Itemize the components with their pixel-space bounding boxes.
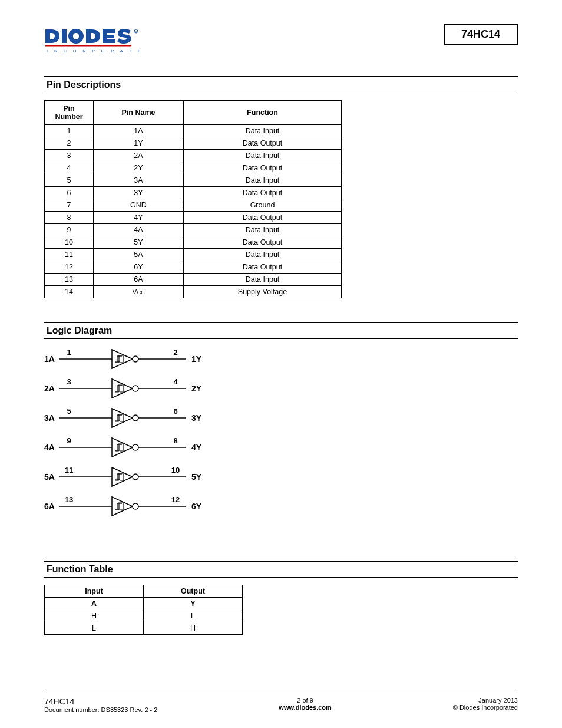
footer-part: 74HC14 <box>44 697 74 706</box>
logic-diagram: 1A121Y2A342Y3A563Y4A984Y5A11105Y6A13126Y <box>44 346 518 531</box>
svg-text:2A: 2A <box>44 384 55 393</box>
table-row: HL <box>45 610 243 622</box>
cell-pinnum: 5 <box>45 174 94 187</box>
th-pin-name: Pin Name <box>94 101 184 125</box>
svg-text:5Y: 5Y <box>191 472 202 482</box>
cell-function: Data Output <box>184 162 342 174</box>
table-row: 126YData Output <box>45 261 342 274</box>
svg-text:4: 4 <box>173 377 178 386</box>
svg-point-60 <box>133 474 138 480</box>
cell-pinnum: 10 <box>45 236 94 249</box>
svg-text:10: 10 <box>171 466 180 475</box>
svg-rect-0 <box>62 29 67 43</box>
cell-function: Data Input <box>184 224 342 236</box>
cell-function: Ground <box>184 199 342 212</box>
table-row: 136AData Input <box>45 274 342 286</box>
table-row: 11AData Input <box>45 125 342 137</box>
cell-pinnum: 9 <box>45 224 94 236</box>
pin-descriptions-table: PinNumber Pin Name Function 11AData Inpu… <box>44 100 342 298</box>
svg-rect-3 <box>45 45 131 47</box>
header: R I N C O R P O R A T E D 74HC14 <box>44 24 518 58</box>
svg-text:1Y: 1Y <box>191 354 202 364</box>
svg-text:11: 11 <box>65 466 73 475</box>
footer-date: January 2013 <box>478 697 518 704</box>
section-title-function-table: Function Table <box>44 561 518 578</box>
cell-pinnum: 13 <box>45 274 94 286</box>
cell-function: Data Output <box>184 261 342 274</box>
cell-pinnum: 12 <box>45 261 94 274</box>
th-pin-number: PinNumber <box>45 101 94 125</box>
cell-pinnum: 1 <box>45 125 94 137</box>
cell-function: Data Output <box>184 236 342 249</box>
svg-text:2: 2 <box>173 348 177 357</box>
cell-pinname: 3Y <box>94 187 184 199</box>
table-row: 63YData Output <box>45 187 342 199</box>
cell-pinname: 4Y <box>94 212 184 224</box>
cell-pinnum: 7 <box>45 199 94 212</box>
section-title-pin-descriptions: Pin Descriptions <box>44 76 518 93</box>
subheader-output: Y <box>144 598 243 610</box>
cell-pinname: 2A <box>94 150 184 162</box>
cell-function: Data Output <box>184 212 342 224</box>
cell-function: Data Input <box>184 274 342 286</box>
cell-pinnum: 11 <box>45 249 94 261</box>
cell-output: L <box>144 610 243 622</box>
cell-function: Data Input <box>184 249 342 261</box>
svg-point-72 <box>133 503 138 509</box>
table-row: 14VCCSupply Voltage <box>45 286 342 298</box>
cell-function: Data Output <box>184 137 342 150</box>
footer-docnum: Document number: DS35323 Rev. 2 - 2 <box>44 706 157 713</box>
svg-text:3: 3 <box>67 377 71 386</box>
table-row: 105YData Output <box>45 236 342 249</box>
cell-pinnum: 8 <box>45 212 94 224</box>
cell-pinname: 1A <box>94 125 184 137</box>
cell-function: Data Input <box>184 125 342 137</box>
svg-text:9: 9 <box>67 436 71 445</box>
table-row: 94AData Input <box>45 224 342 236</box>
cell-pinname: 1Y <box>94 137 184 150</box>
cell-function: Data Input <box>184 150 342 162</box>
svg-text:2Y: 2Y <box>191 384 202 393</box>
cell-function: Data Input <box>184 174 342 187</box>
table-row: 115AData Input <box>45 249 342 261</box>
footer-center: 2 of 9 www.diodes.com <box>279 697 331 713</box>
section-title-logic-diagram: Logic Diagram <box>44 322 518 339</box>
table-row: 32AData Input <box>45 150 342 162</box>
cell-function: Data Output <box>184 187 342 199</box>
table-row: 84YData Output <box>45 212 342 224</box>
cell-pinnum: 2 <box>45 137 94 150</box>
cell-pinnum: 6 <box>45 187 94 199</box>
part-number: 74HC14 <box>461 28 500 40</box>
cell-pinnum: 3 <box>45 150 94 162</box>
footer-copyright: © Diodes Incorporated <box>453 704 518 711</box>
svg-point-48 <box>133 444 138 450</box>
cell-pinname: 4A <box>94 224 184 236</box>
cell-input: L <box>45 622 144 635</box>
cell-pinname: 5A <box>94 249 184 261</box>
cell-pinname: VCC <box>94 286 184 298</box>
svg-point-12 <box>133 356 138 362</box>
svg-text:1: 1 <box>67 348 71 357</box>
cell-function: Supply Voltage <box>184 286 342 298</box>
function-table: Input Output A Y HLLH <box>44 585 243 635</box>
cell-pinname: 5Y <box>94 236 184 249</box>
company-logo: R I N C O R P O R A T E D <box>44 27 141 58</box>
cell-pinname: 3A <box>94 174 184 187</box>
cell-input: H <box>45 610 144 622</box>
cell-output: H <box>144 622 243 635</box>
cell-pinname: 6A <box>94 274 184 286</box>
svg-text:5A: 5A <box>44 472 55 482</box>
footer-left: 74HC14 Document number: DS35323 Rev. 2 -… <box>44 697 157 713</box>
svg-text:5: 5 <box>67 407 71 416</box>
logo-subtext: I N C O R P O R A T E D <box>47 49 141 53</box>
svg-text:R: R <box>135 31 137 34</box>
svg-text:1A: 1A <box>44 354 55 364</box>
footer-url: www.diodes.com <box>279 704 331 711</box>
table-row: 42YData Output <box>45 162 342 174</box>
th-output: Output <box>144 585 243 598</box>
svg-point-24 <box>133 386 138 391</box>
table-row: 21YData Output <box>45 137 342 150</box>
table-row: 7GNDGround <box>45 199 342 212</box>
svg-text:3A: 3A <box>44 413 55 423</box>
svg-text:8: 8 <box>173 436 177 445</box>
